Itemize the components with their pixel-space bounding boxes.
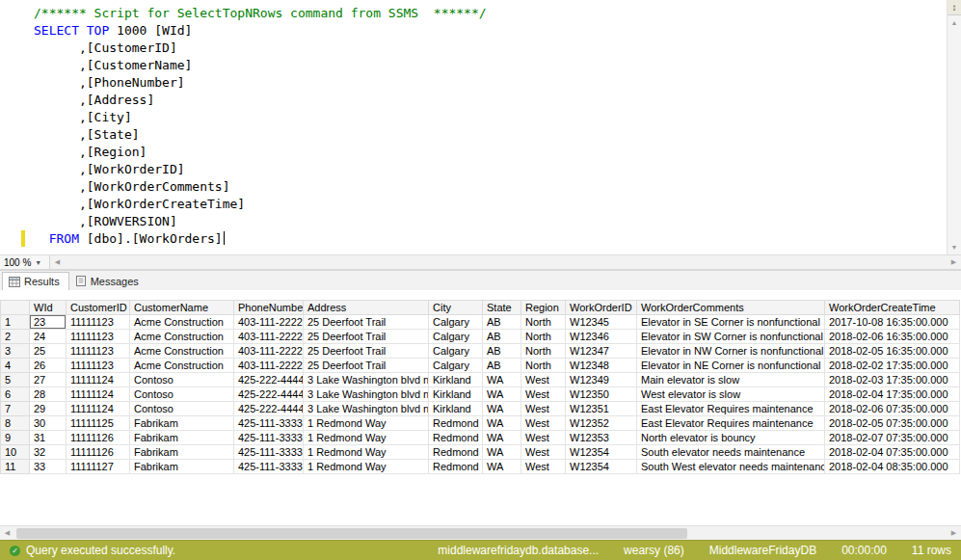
code-line[interactable]: ,[WorkOrderID]	[34, 161, 947, 178]
row-number-cell[interactable]: 10	[1, 445, 30, 460]
scroll-down-arrow[interactable]: ▼	[948, 240, 961, 254]
grid-cell[interactable]: 25 Deerfoot Trail	[304, 330, 429, 344]
hscroll-right-arrow[interactable]: ▶	[947, 255, 961, 269]
grid-cell[interactable]: 425-222-4444	[234, 373, 304, 387]
row-number-cell[interactable]: 3	[1, 344, 30, 359]
grid-cell[interactable]: WA	[483, 416, 521, 431]
grid-cell[interactable]: West elevator is slow	[637, 387, 825, 402]
grid-cell[interactable]: 25 Deerfoot Trail	[304, 359, 429, 373]
grid-cell[interactable]: Acme Construction	[130, 344, 234, 359]
grid-cell[interactable]: 2018-02-07 07:35:00.000	[825, 431, 960, 445]
tab-results[interactable]: Results	[2, 272, 69, 290]
grid-cell[interactable]: 2018-02-06 16:35:00.000	[825, 330, 960, 344]
grid-cell[interactable]: Redmond	[429, 431, 483, 445]
code-line[interactable]: ,[CustomerID]	[34, 40, 947, 57]
grid-cell[interactable]: 11111123	[67, 344, 130, 359]
editor-hscroll-track[interactable]	[65, 255, 947, 269]
grid-cell[interactable]: Calgary	[429, 330, 483, 344]
grid-cell[interactable]: 25 Deerfoot Trail	[304, 315, 429, 330]
row-number-cell[interactable]: 8	[1, 416, 30, 431]
grid-cell[interactable]: 425-222-4444	[234, 387, 304, 402]
grid-cell[interactable]: Acme Construction	[130, 359, 234, 373]
grid-cell[interactable]: WA	[483, 402, 521, 416]
code-line[interactable]: ,[WorkOrderCreateTime]	[34, 196, 947, 213]
grid-cell[interactable]: Fabrikam	[130, 416, 234, 431]
grid-cell[interactable]: 425-222-4444	[234, 402, 304, 416]
grid-hscroll-thumb[interactable]	[16, 528, 687, 539]
grid-cell[interactable]: WA	[483, 431, 521, 445]
sql-editor-lines[interactable]: /****** Script for SelectTopNRows comman…	[0, 0, 947, 254]
grid-cell[interactable]: WA	[483, 373, 521, 387]
grid-column-header[interactable]: WorkOrderID	[566, 301, 637, 315]
grid-column-header[interactable]: Address	[304, 301, 429, 315]
grid-cell[interactable]: 2018-02-05 16:35:00.000	[825, 344, 960, 359]
grid-cell[interactable]: 2018-02-04 07:35:00.000	[825, 445, 960, 460]
grid-cell[interactable]: 26	[30, 359, 67, 373]
grid-cell[interactable]: 11111124	[67, 373, 130, 387]
grid-column-header[interactable]: WorkOrderCreateTime	[825, 301, 960, 315]
code-line[interactable]: ,[Region]	[34, 144, 947, 161]
grid-cell[interactable]: Calgary	[429, 359, 483, 373]
row-number-cell[interactable]: 11	[1, 460, 30, 474]
grid-column-header[interactable]: WorkOrderComments	[637, 301, 825, 315]
grid-cell[interactable]: 403-111-2222	[234, 330, 304, 344]
grid-cell[interactable]: 2018-02-06 07:35:00.000	[825, 402, 960, 416]
grid-cell[interactable]: 403-111-2222	[234, 315, 304, 330]
grid-cell[interactable]: 11111124	[67, 402, 130, 416]
grid-cell[interactable]: W12350	[566, 387, 637, 402]
grid-cell[interactable]: 33	[30, 460, 67, 474]
grid-cell[interactable]: Fabrikam	[130, 445, 234, 460]
row-number-cell[interactable]: 7	[1, 402, 30, 416]
grid-cell[interactable]: 28	[30, 387, 67, 402]
grid-cell[interactable]: 403-111-2222	[234, 359, 304, 373]
grid-cell[interactable]: East Elevator Requires maintenance	[637, 416, 825, 431]
row-number-cell[interactable]: 4	[1, 359, 30, 373]
grid-cell[interactable]: Redmond	[429, 460, 483, 474]
editor-zoom-dropdown[interactable]: 100 % ▼	[0, 255, 50, 269]
grid-cell[interactable]: Contoso	[130, 402, 234, 416]
grid-cell[interactable]: Acme Construction	[130, 330, 234, 344]
grid-cell[interactable]: AB	[483, 330, 521, 344]
grid-cell[interactable]: West	[521, 402, 566, 416]
grid-cell[interactable]: 2018-02-04 08:35:00.000	[825, 460, 960, 474]
grid-cell[interactable]: North	[521, 344, 566, 359]
grid-column-header[interactable]: State	[483, 301, 521, 315]
grid-cell[interactable]: 25	[30, 344, 67, 359]
grid-cell[interactable]: 1 Redmond Way	[304, 416, 429, 431]
grid-cell[interactable]: West	[521, 387, 566, 402]
grid-hscroll-right-arrow[interactable]: ▶	[947, 526, 961, 540]
grid-cell[interactable]: Fabrikam	[130, 460, 234, 474]
grid-column-header[interactable]: Region	[521, 301, 566, 315]
grid-cell[interactable]: North	[521, 359, 566, 373]
grid-column-header[interactable]: PhoneNumber	[234, 301, 304, 315]
grid-cell[interactable]: W12346	[566, 330, 637, 344]
grid-cell[interactable]: WA	[483, 460, 521, 474]
code-line[interactable]: SELECT TOP 1000 [WId]	[34, 22, 947, 40]
grid-cell[interactable]: 29	[30, 402, 67, 416]
grid-cell[interactable]: Calgary	[429, 315, 483, 330]
window-splitter-handle[interactable]: ↕	[948, 0, 961, 15]
grid-cell[interactable]: 27	[30, 373, 67, 387]
grid-cell[interactable]: 2018-02-04 17:35:00.000	[825, 387, 960, 402]
grid-cell[interactable]: 1 Redmond Way	[304, 431, 429, 445]
grid-cell[interactable]: Main elevator is slow	[637, 373, 825, 387]
grid-cell[interactable]: 11111123	[67, 359, 130, 373]
row-number-cell[interactable]: 2	[1, 330, 30, 344]
grid-cell[interactable]: 425-111-3333	[234, 460, 304, 474]
tab-messages[interactable]: Messages	[69, 272, 147, 290]
grid-cell[interactable]: AB	[483, 344, 521, 359]
grid-cell[interactable]: Kirkland	[429, 373, 483, 387]
grid-cell[interactable]: 11111127	[67, 460, 130, 474]
grid-cell[interactable]: WA	[483, 387, 521, 402]
row-number-cell[interactable]: 5	[1, 373, 30, 387]
grid-cell[interactable]: 11111123	[67, 315, 130, 330]
hscroll-left-arrow[interactable]: ◀	[50, 255, 65, 269]
code-line[interactable]: ,[Address]	[34, 92, 947, 109]
grid-cell[interactable]: 3 Lake Washington blvd ne	[304, 373, 429, 387]
grid-cell[interactable]: 31	[30, 431, 67, 445]
grid-cell[interactable]: 32	[30, 445, 67, 460]
grid-cell[interactable]: East Elevator Requires maintenance	[637, 402, 825, 416]
code-line[interactable]: FROM [dbo].[WorkOrders]	[34, 230, 947, 248]
grid-cell[interactable]: 11111126	[67, 445, 130, 460]
row-number-cell[interactable]: 1	[1, 315, 30, 330]
